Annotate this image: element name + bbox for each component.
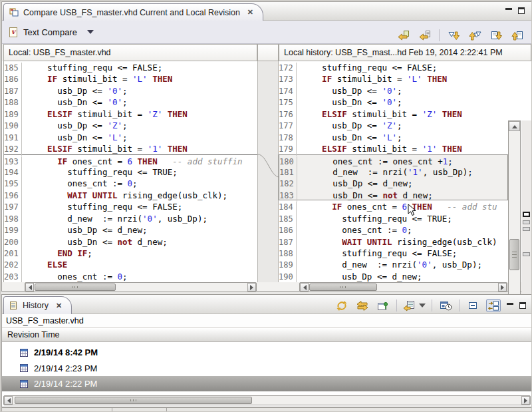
status-cell [112,407,167,412]
next-change-button[interactable] [489,29,503,42]
compare-mode-selector[interactable]: Text Compare [2,27,94,37]
previous-change-button[interactable] [510,29,525,42]
code-line[interactable]: 190 usb_Dp <= d_new; [279,270,508,282]
history-horizontal-scrollbar[interactable] [3,395,531,405]
vertical-scrollbar-thumb[interactable] [509,239,519,270]
code-line[interactable]: 182 usb_Dp <= d_new; [279,177,508,188]
history-file-label: USB_FS_master.vhd [2,314,531,328]
code-line[interactable]: 185 stuffing_requ <= FALSE; [4,61,257,73]
code-line[interactable]: 195 ones_cnt := 0; [4,177,257,188]
scroll-right-icon[interactable] [521,396,530,405]
history-revision-row[interactable]: 2/19/14 2:23 PM [2,361,531,376]
code-line[interactable]: 201 END IF; [4,247,257,258]
code-line[interactable]: 173 IF stimuli_bit = 'L' THEN [279,73,508,84]
code-line[interactable]: 187 WAIT UNTIL rising_edge(usb_clk) [279,236,508,247]
compare-code-area: 185 stuffing_requ <= FALSE;186 IF stimul… [2,61,532,282]
code-line[interactable]: 188 stuffing_requ <= FALSE; [279,247,508,258]
left-horizontal-scrollbar[interactable] [25,282,257,292]
code-line[interactable]: 185 stuffing_requ <= TRUE; [279,212,508,224]
code-line[interactable]: 186 IF stimuli_bit = 'L' THEN [4,73,257,84]
code-line[interactable]: 186 ones_cnt := 0; [279,224,508,235]
scroll-left-icon[interactable] [25,283,34,292]
chevron-down-icon[interactable] [87,30,94,37]
revision-time-column-header[interactable]: Revision Time [2,328,531,342]
history-hscroll-thumb[interactable] [15,397,252,404]
code-line[interactable]: 189 ELSIF stimuli_bit = 'Z' THEN [4,108,257,119]
minimize-icon[interactable] [505,8,512,14]
code-line[interactable]: 177 usb_Dp <= 'Z'; [279,119,508,130]
code-line[interactable]: 172 stuffing_requ <= FALSE; [279,61,508,73]
previous-difference-button[interactable] [467,29,482,42]
scroll-left-icon[interactable] [300,283,309,292]
compare-tab-title: Compare USB_FS_master.vhd Current and Lo… [23,8,240,17]
link-with-editor-button[interactable] [355,299,370,312]
diff-connector-band [257,61,279,282]
code-line[interactable]: 200 usb_Dn <= not d_new; [4,236,257,247]
code-line[interactable]: 179 ELSIF stimuli_bit = '1' THEN [279,142,508,154]
left-code-pane[interactable]: 185 stuffing_requ <= FALSE;186 IF stimul… [3,61,257,282]
code-line[interactable]: 197 stuffing_requ <= FALSE; [4,200,257,212]
maximize-icon[interactable] [518,7,525,14]
minimize-icon[interactable] [507,303,513,309]
code-line[interactable]: 198 d_new := nrzi('0', usb_Dp); [4,212,257,224]
code-line[interactable]: 184 IF ones_cnt = 6 THEN -- add stu [279,200,508,212]
right-code-pane[interactable]: 172 stuffing_requ <= FALSE;173 IF stimul… [279,61,508,282]
right-hscroll-thumb[interactable] [309,284,377,291]
code-line[interactable]: 193 IF ones_cnt = 6 THEN -- add stuffin [4,154,257,166]
history-toolbar [334,299,526,312]
tab-compare[interactable]: Compare USB_FS_master.vhd Current and Lo… [3,3,263,21]
code-line[interactable]: 175 usb_Dn <= '0'; [279,96,508,107]
compare-mode-toggle[interactable] [486,299,501,312]
date-time-mode-button[interactable] [438,299,453,312]
code-line[interactable]: 191 usb_Dn <= 'L'; [4,131,257,142]
group-by-button[interactable] [403,299,426,312]
pin-button[interactable] [376,299,390,312]
code-line[interactable]: 203 ones_cnt := 0; [4,270,257,282]
code-line[interactable]: 176 ELSIF stimuli_bit = 'Z' THEN [279,108,508,119]
copy-all-right-to-left-button[interactable] [396,29,411,42]
next-difference-button[interactable] [446,29,461,42]
refresh-button[interactable] [334,299,349,312]
overview-marker[interactable] [523,227,530,231]
code-line[interactable]: 196 WAIT UNTIL rising_edge(usb_clk); [4,189,257,200]
scroll-left-icon[interactable] [4,396,13,405]
chevron-down-icon[interactable] [419,304,426,311]
close-icon[interactable]: ✕ [245,8,253,17]
code-line[interactable]: 187 usb_Dp <= '0'; [4,85,257,96]
code-line[interactable]: 180 ones_cnt := ones_cnt +1; [279,154,508,166]
code-line[interactable]: 188 usb_Dn <= '0'; [4,96,257,107]
maximize-icon[interactable] [519,302,526,309]
eclipse-window: Compare USB_FS_master.vhd Current and Lo… [0,0,532,412]
revision-time: 2/19/14 8:42 PM [34,347,98,357]
code-line[interactable]: 199 usb_Dp <= d_new; [4,224,257,235]
left-hscroll-thumb[interactable] [35,284,116,291]
toolbar-separator [439,29,440,41]
status-cell [1,407,112,412]
code-line[interactable]: 194 stuffing_requ <= TRUE; [4,166,257,177]
right-horizontal-scrollbar[interactable] [299,282,507,292]
code-line[interactable]: 190 usb_Dp <= 'Z'; [4,119,257,130]
compare-tabbar: Compare USB_FS_master.vhd Current and Lo… [2,2,531,21]
code-line[interactable]: 183 usb_Dn <= not d_new; [279,189,508,200]
copy-current-right-to-left-button[interactable] [418,29,432,42]
line-number: 192 [4,144,22,155]
scroll-right-icon[interactable] [247,283,256,292]
overview-marker[interactable] [523,252,530,256]
status-cell [167,407,532,412]
line-number: 199 [4,225,22,236]
scroll-right-icon[interactable] [498,283,507,292]
code-line[interactable]: 189 d_new := nrzi('0', usb_Dp); [279,258,508,270]
overview-marker[interactable] [523,220,530,224]
code-line[interactable]: 181 d_new := nrzi('1', usb_Dp); [279,166,508,177]
tab-history[interactable]: History ✕ [3,296,72,314]
code-line[interactable]: 202 ELSE [4,258,257,270]
scroll-up-icon[interactable] [509,121,520,131]
history-revision-row[interactable]: 2/19/14 2:22 PM [2,376,531,391]
collapse-all-button[interactable] [466,299,480,312]
code-line[interactable]: 192 ELSIF stimuli_bit = '1' THEN [4,142,257,154]
close-icon[interactable]: ✕ [53,302,62,310]
history-revision-row[interactable]: 2/19/14 8:42 PM [2,345,531,360]
overview-marker-current[interactable] [523,212,530,217]
code-line[interactable]: 174 usb_Dp <= '0'; [279,85,508,96]
code-line[interactable]: 178 usb_Dn <= 'L'; [279,131,508,142]
